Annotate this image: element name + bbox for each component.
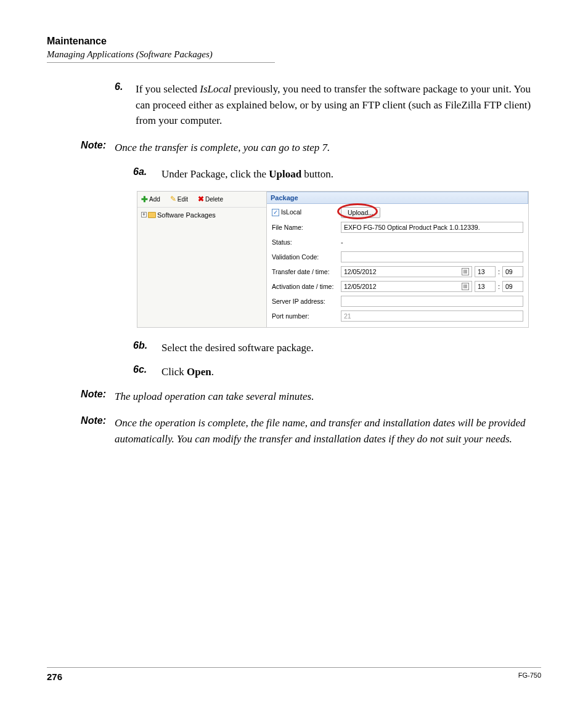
- calendar-icon[interactable]: ▦: [462, 283, 469, 290]
- doc-code: FG-750: [518, 671, 541, 682]
- time-colon: :: [498, 283, 500, 290]
- port-input[interactable]: [341, 310, 523, 322]
- step-6c-body: Click Open.: [161, 364, 541, 380]
- tree-root-label: Software Packages: [157, 211, 216, 219]
- step-6c-t1: Click: [161, 366, 187, 378]
- note-1-body: Once the transfer is complete, you can g…: [115, 140, 541, 156]
- delete-icon: ✖: [198, 195, 204, 203]
- step-6c-number: 6c.: [133, 364, 161, 380]
- tree-root-row[interactable]: + Software Packages: [141, 211, 263, 219]
- step-6b-number: 6b.: [133, 340, 161, 356]
- package-header: Package: [267, 192, 528, 204]
- step-6-number: 6.: [115, 81, 136, 129]
- activation-hour-input[interactable]: [475, 281, 496, 292]
- delete-label: Delete: [205, 196, 223, 203]
- islocal-checkbox[interactable]: ✓: [272, 209, 279, 216]
- filename-input[interactable]: [341, 222, 523, 233]
- page-number: 276: [47, 671, 62, 682]
- step-6a-t3: button.: [301, 168, 333, 180]
- validation-label: Validation Code:: [272, 253, 341, 261]
- note-3-body: Once the operation is complete, the file…: [115, 415, 541, 447]
- left-pane: ✚ Add ✎ Edit ✖ Delete + Software Package…: [137, 192, 267, 327]
- step-6b-body: Select the desired software package.: [161, 340, 541, 356]
- step-6-text-a: If you selected: [136, 83, 200, 95]
- note-1-label: Note:: [70, 140, 115, 156]
- step-6-islocal: IsLocal: [200, 83, 231, 95]
- transfer-date-value: 12/05/2012: [344, 268, 377, 275]
- edit-label: Edit: [178, 196, 188, 203]
- tree-panel: + Software Packages: [137, 208, 266, 325]
- step-6a-number: 6a.: [133, 166, 161, 182]
- time-colon: :: [498, 268, 500, 275]
- status-label: Status:: [272, 238, 341, 246]
- filename-label: File Name:: [272, 224, 341, 231]
- right-pane: Package ✓ IsLocal Upload... File Name:: [267, 192, 528, 327]
- app-screenshot: ✚ Add ✎ Edit ✖ Delete + Software Package…: [137, 191, 529, 328]
- islocal-row: ✓ IsLocal: [272, 208, 341, 216]
- step-6c-t3: .: [211, 366, 214, 378]
- note-3-label: Note:: [70, 415, 115, 447]
- validation-input[interactable]: [341, 251, 523, 262]
- header-title: Maintenance: [47, 36, 541, 47]
- upload-button[interactable]: Upload...: [341, 207, 380, 218]
- add-label: Add: [149, 196, 160, 203]
- toolbar: ✚ Add ✎ Edit ✖ Delete: [137, 192, 266, 208]
- activation-date-input[interactable]: 12/05/2012 ▦: [341, 281, 472, 292]
- delete-button[interactable]: ✖ Delete: [198, 195, 223, 203]
- header-rule: [47, 62, 275, 63]
- package-form: ✓ IsLocal Upload... File Name: Status: [267, 204, 528, 327]
- step-6a-t1: Under Package, click the: [161, 168, 269, 180]
- edit-button[interactable]: ✎ Edit: [170, 195, 188, 203]
- folder-icon: [148, 212, 156, 218]
- transfer-label: Transfer date / time:: [272, 268, 341, 275]
- step-6c-open-word: Open: [187, 366, 211, 378]
- serverip-label: Server IP address:: [272, 298, 341, 305]
- plus-icon: ✚: [141, 195, 148, 204]
- add-button[interactable]: ✚ Add: [141, 195, 160, 204]
- activation-min-input[interactable]: [502, 281, 523, 292]
- serverip-input[interactable]: [341, 296, 523, 307]
- note-2-label: Note:: [70, 389, 115, 405]
- expand-icon[interactable]: +: [141, 212, 147, 217]
- transfer-min-input[interactable]: [502, 266, 523, 277]
- step-6a-upload-word: Upload: [269, 168, 301, 180]
- page-footer: 276 FG-750: [47, 667, 541, 682]
- pencil-icon: ✎: [170, 195, 176, 203]
- activation-date-value: 12/05/2012: [344, 283, 377, 290]
- header-subtitle: Managing Applications (Software Packages…: [47, 49, 541, 60]
- transfer-date-input[interactable]: 12/05/2012 ▦: [341, 266, 472, 277]
- step-6-body: If you selected IsLocal previously, you …: [136, 81, 541, 129]
- activation-label: Activation date / time:: [272, 283, 341, 290]
- step-6a-body: Under Package, click the Upload button.: [161, 166, 541, 182]
- port-label: Port number:: [272, 312, 341, 320]
- calendar-icon[interactable]: ▦: [462, 268, 469, 275]
- islocal-label: IsLocal: [281, 208, 301, 216]
- note-2-body: The upload operation can take several mi…: [115, 389, 541, 405]
- transfer-hour-input[interactable]: [475, 266, 496, 277]
- status-value: -: [341, 238, 523, 246]
